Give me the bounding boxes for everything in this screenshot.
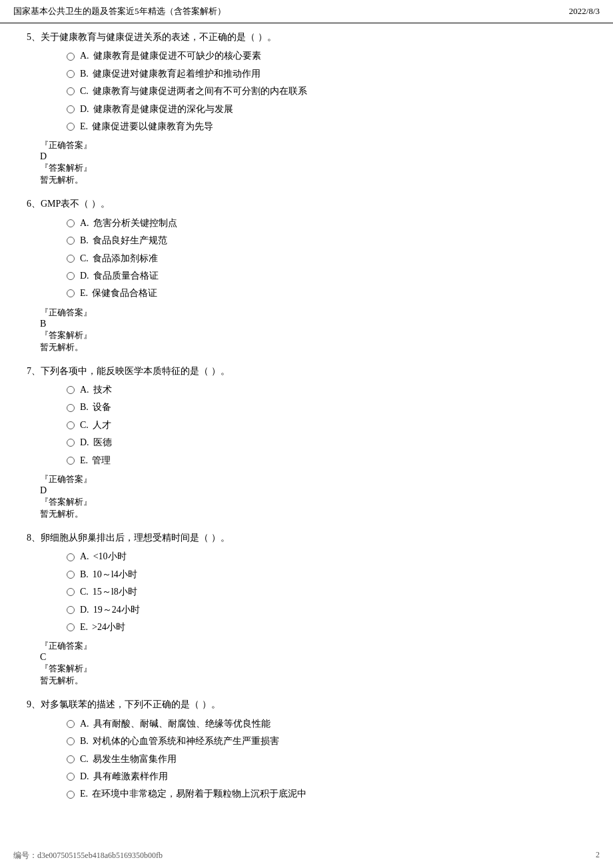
radio-icon[interactable] bbox=[67, 623, 75, 631]
question-title-5: 5、关于健康教育与健康促进关系的表述，不正确的是（ ）。 bbox=[27, 30, 586, 45]
option-5-3[interactable]: D.健康教育是健康促进的深化与发展 bbox=[67, 102, 586, 117]
radio-icon[interactable] bbox=[67, 588, 75, 596]
option-8-0[interactable]: A.<10小时 bbox=[67, 549, 586, 564]
option-7-0[interactable]: A.技术 bbox=[67, 383, 586, 397]
option-5-1[interactable]: B.健康促进对健康教育起着维护和推动作用 bbox=[67, 67, 586, 81]
option-5-2[interactable]: C.健康教育与健康促进两者之间有不可分割的内在联系 bbox=[67, 84, 586, 99]
radio-icon[interactable] bbox=[67, 791, 75, 799]
radio-icon[interactable] bbox=[67, 571, 75, 579]
answer-value: B bbox=[40, 319, 586, 329]
question-title-7: 7、下列各项中，能反映医学本质特征的是（ ）。 bbox=[27, 364, 586, 379]
option-text: 健康教育是健康促进不可缺少的核心要素 bbox=[93, 49, 261, 63]
option-9-1[interactable]: B.对机体的心血管系统和神经系统产生严重损害 bbox=[67, 734, 586, 749]
analysis-label: 『答案解析』 bbox=[40, 663, 586, 675]
option-label: A. bbox=[80, 383, 89, 397]
option-label: D. bbox=[80, 269, 89, 283]
option-9-3[interactable]: D.具有雌激素样作用 bbox=[67, 769, 586, 784]
option-text: 医德 bbox=[93, 435, 112, 450]
radio-icon[interactable] bbox=[67, 457, 75, 465]
option-6-0[interactable]: A.危害分析关键控制点 bbox=[67, 216, 586, 231]
option-label: D. bbox=[80, 435, 89, 450]
radio-icon[interactable] bbox=[67, 123, 75, 131]
radio-icon[interactable] bbox=[67, 105, 75, 113]
options-5: A.健康教育是健康促进不可缺少的核心要素B.健康促进对健康教育起着维护和推动作用… bbox=[67, 49, 586, 134]
option-text: 食品质量合格证 bbox=[93, 269, 159, 283]
answer-block-8: 『正确答案』C『答案解析』暂无解析。 bbox=[40, 640, 586, 687]
question-title-6: 6、GMP表不（ ）。 bbox=[27, 197, 586, 211]
option-9-0[interactable]: A.具有耐酸、耐碱、耐腐蚀、绝缘等优良性能 bbox=[67, 717, 586, 731]
option-label: C. bbox=[80, 418, 89, 433]
option-text: 15～l8小时 bbox=[93, 585, 137, 599]
radio-icon[interactable] bbox=[67, 255, 75, 263]
analysis-value: 暂无解析。 bbox=[40, 174, 586, 186]
option-label: A. bbox=[80, 717, 89, 731]
option-text: >24小时 bbox=[92, 620, 125, 635]
option-label: E. bbox=[80, 620, 88, 635]
option-6-3[interactable]: D.食品质量合格证 bbox=[67, 269, 586, 283]
radio-icon[interactable] bbox=[67, 386, 75, 394]
option-label: E. bbox=[80, 286, 88, 301]
option-label: C. bbox=[80, 84, 89, 99]
option-5-0[interactable]: A.健康教育是健康促进不可缺少的核心要素 bbox=[67, 49, 586, 63]
option-8-4[interactable]: E.>24小时 bbox=[67, 620, 586, 635]
radio-icon[interactable] bbox=[67, 87, 75, 95]
option-9-4[interactable]: E.在环境中非常稳定，易附着于颗粒物上沉积于底泥中 bbox=[67, 787, 586, 801]
option-7-4[interactable]: E.管理 bbox=[67, 453, 586, 468]
option-7-2[interactable]: C.人才 bbox=[67, 418, 586, 433]
radio-icon[interactable] bbox=[67, 439, 75, 447]
option-6-2[interactable]: C.食品添加剂标准 bbox=[67, 251, 586, 266]
radio-icon[interactable] bbox=[67, 289, 75, 297]
option-8-3[interactable]: D.19～24小时 bbox=[67, 603, 586, 617]
option-label: C. bbox=[80, 251, 89, 266]
option-label: A. bbox=[80, 549, 89, 564]
option-text: 食品添加剂标准 bbox=[93, 251, 158, 266]
answer-label: 『正确答案』 bbox=[40, 640, 586, 652]
option-label: C. bbox=[80, 585, 89, 599]
footer-code: 编号：d3e007505155eb418a6b5169350b00fb bbox=[13, 850, 163, 861]
answer-label: 『正确答案』 bbox=[40, 307, 586, 319]
footer-page: 2 bbox=[596, 850, 600, 861]
header-date: 2022/8/3 bbox=[569, 6, 600, 17]
radio-icon[interactable] bbox=[67, 553, 75, 561]
radio-icon[interactable] bbox=[67, 755, 75, 763]
option-8-2[interactable]: C.15～l8小时 bbox=[67, 585, 586, 599]
radio-icon[interactable] bbox=[67, 720, 75, 728]
option-label: B. bbox=[80, 233, 89, 248]
option-7-3[interactable]: D.医德 bbox=[67, 435, 586, 450]
option-text: 10～l4小时 bbox=[93, 567, 137, 582]
option-7-1[interactable]: B.设备 bbox=[67, 400, 586, 415]
radio-icon[interactable] bbox=[67, 737, 75, 745]
radio-icon[interactable] bbox=[67, 272, 75, 280]
page-content: 5、关于健康教育与健康促进关系的表述，不正确的是（ ）。A.健康教育是健康促进不… bbox=[0, 23, 613, 839]
radio-icon[interactable] bbox=[67, 606, 75, 614]
options-7: A.技术B.设备C.人才D.医德E.管理 bbox=[67, 383, 586, 468]
analysis-label: 『答案解析』 bbox=[40, 329, 586, 341]
option-6-4[interactable]: E.保健食品合格证 bbox=[67, 286, 586, 301]
option-text: 对机体的心血管系统和神经系统产生严重损害 bbox=[93, 734, 279, 749]
answer-value: C bbox=[40, 652, 586, 663]
option-5-4[interactable]: E.健康促进要以健康教育为先导 bbox=[67, 119, 586, 134]
answer-block-6: 『正确答案』B『答案解析』暂无解析。 bbox=[40, 307, 586, 353]
radio-icon[interactable] bbox=[67, 237, 75, 245]
option-label: E. bbox=[80, 453, 88, 468]
header-title: 国家基本公共卫生的题及答案近5年精选（含答案解析） bbox=[13, 5, 226, 17]
option-label: E. bbox=[80, 787, 88, 801]
radio-icon[interactable] bbox=[67, 773, 75, 781]
option-label: B. bbox=[80, 400, 89, 415]
option-label: D. bbox=[80, 769, 89, 784]
radio-icon[interactable] bbox=[67, 421, 75, 429]
option-text: 设备 bbox=[93, 400, 111, 415]
option-9-2[interactable]: C.易发生生物富集作用 bbox=[67, 752, 586, 767]
option-text: 健康促进对健康教育起着维护和推动作用 bbox=[93, 67, 261, 81]
radio-icon[interactable] bbox=[67, 70, 75, 78]
analysis-label: 『答案解析』 bbox=[40, 496, 586, 508]
radio-icon[interactable] bbox=[67, 219, 75, 227]
radio-icon[interactable] bbox=[67, 53, 75, 61]
option-8-1[interactable]: B.10～l4小时 bbox=[67, 567, 586, 582]
option-text: 易发生生物富集作用 bbox=[93, 752, 177, 767]
radio-icon[interactable] bbox=[67, 404, 75, 412]
page-footer: 编号：d3e007505155eb418a6b5169350b00fb 2 bbox=[0, 850, 613, 861]
option-6-1[interactable]: B.食品良好生产规范 bbox=[67, 233, 586, 248]
analysis-value: 暂无解析。 bbox=[40, 675, 586, 687]
option-text: 技术 bbox=[93, 383, 112, 397]
